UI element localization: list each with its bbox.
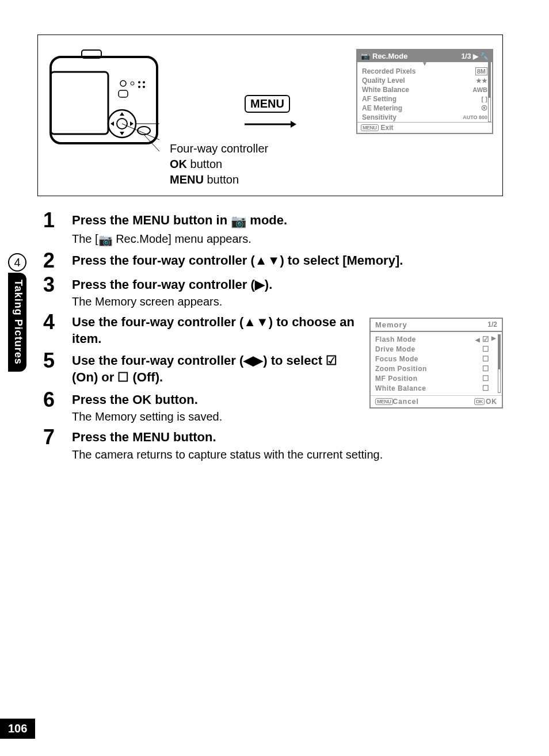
menu-mini-button: MENU — [375, 398, 393, 405]
step-description: The camera returns to capture status wit… — [72, 448, 503, 461]
menu-mini-button: MENU — [361, 124, 379, 131]
camera-icon: 📷 — [361, 52, 370, 60]
memory-row: Focus Mode☐ — [371, 354, 502, 364]
svg-point-8 — [143, 86, 145, 88]
memory-row: White Balance☐ — [371, 383, 502, 393]
lcd-row: SensitivityAUTO 800 — [357, 113, 492, 122]
step-title: Use the four-way controller (▲▼) to choo… — [72, 314, 358, 347]
lcd-row: White BalanceAWB — [357, 85, 492, 94]
step-2: 2 Press the four-way controller (▲▼) to … — [37, 250, 503, 271]
rec-mode-lcd: 📷 Rec.Mode 1/3 ▶ 🔧 ▼ Recorded Pixels8M Q… — [356, 49, 493, 134]
step-number: 4 — [37, 312, 60, 347]
svg-point-6 — [138, 86, 140, 88]
button-word: button — [187, 158, 222, 170]
memory-row: Flash Mode☑ — [371, 334, 502, 344]
chapter-side-tab: 4 Taking Pictures — [0, 253, 35, 372]
camera-icon: 📷 — [98, 233, 113, 247]
svg-line-15 — [122, 124, 159, 140]
step-number: 1 — [37, 210, 60, 247]
step-description: The Memory setting is saved. — [72, 410, 358, 423]
memory-row: Zoom Position☐ — [371, 364, 502, 373]
lcd-title: Memory — [375, 320, 407, 329]
step-6: 6 Press the OK button. The Memory settin… — [37, 390, 358, 424]
camera-icon: 📷 — [231, 213, 246, 230]
step-number: 7 — [37, 427, 60, 461]
step-description: The Memory screen appears. — [72, 295, 503, 308]
ok-mini-button: OK — [474, 398, 485, 405]
step-number: 3 — [37, 274, 60, 309]
lcd-page-indicator: 1/2 — [487, 320, 497, 329]
lcd-header: Memory 1/2 — [371, 319, 502, 332]
svg-point-7 — [143, 81, 145, 83]
step-title: Press the MENU button. — [72, 429, 503, 446]
step-4: 4 Use the four-way controller (▲▼) to ch… — [37, 312, 358, 347]
svg-point-4 — [131, 82, 134, 85]
memory-lcd: Memory 1/2 Flash Mode☑ Drive Mode☐ Focus… — [369, 318, 503, 408]
memory-row: Drive Mode☐ — [371, 344, 502, 354]
lcd-footer: MENU Exit — [357, 122, 492, 133]
cancel-label: Cancel — [393, 398, 419, 406]
lcd-row: AE Metering⦿ — [357, 104, 492, 113]
step-1: 1 Press the MENU button in 📷 mode. The [… — [37, 210, 503, 247]
camera-illustration — [47, 49, 159, 155]
step-number: 2 — [37, 250, 60, 271]
ok-word: OK — [170, 158, 187, 170]
lcd-footer-label: Exit — [381, 124, 394, 132]
svg-point-3 — [120, 81, 126, 86]
chapter-number: 4 — [8, 253, 26, 272]
lcd-page-indicator: 1/3 ▶ 🔧 — [462, 52, 489, 60]
menu-word: MENU — [170, 173, 204, 186]
ok-button-label: OK button — [170, 158, 346, 171]
lcd-row: AF Setting[ ] — [357, 94, 492, 104]
lcd-title: Rec.Mode — [372, 52, 407, 60]
instruction-steps: 1 Press the MENU button in 📷 mode. The [… — [37, 210, 503, 461]
lcd-row: Quality Level★★ — [357, 76, 492, 85]
chapter-label: Taking Pictures — [8, 273, 26, 372]
page-number: 106 — [0, 719, 35, 739]
svg-rect-0 — [51, 57, 157, 143]
lcd-footer: MENU Cancel OK OK — [371, 395, 502, 407]
svg-rect-9 — [119, 90, 128, 97]
step-title: Use the four-way controller (◀▶) to sele… — [72, 353, 358, 385]
ok-label: OK — [486, 398, 497, 406]
menu-button-graphic: MENU — [245, 95, 290, 113]
step-title: Press the OK button. — [72, 392, 358, 408]
menu-button-label: MENU button — [170, 173, 346, 186]
illustration-panel: MENU Four-way controller OK button MENU … — [37, 35, 503, 196]
svg-point-5 — [138, 81, 140, 83]
memory-row: MF Position☐ — [371, 373, 502, 383]
four-way-label: Four-way controller — [170, 142, 346, 155]
down-arrow-icon: ▼ — [357, 62, 492, 67]
button-word: button — [204, 173, 239, 186]
svg-marker-18 — [291, 121, 296, 128]
arrow-icon — [245, 119, 346, 132]
lcd-row: Recorded Pixels8M — [357, 67, 492, 76]
step-3: 3 Press the four-way controller (▶). The… — [37, 274, 503, 309]
illustration-labels: MENU Four-way controller OK button MENU … — [170, 49, 346, 186]
step-number: 6 — [37, 390, 60, 424]
step-description: The [📷 Rec.Mode] menu appears. — [72, 232, 503, 247]
step-5: 5 Use the four-way controller (◀▶) to se… — [37, 350, 358, 385]
svg-rect-1 — [51, 72, 108, 134]
step-number: 5 — [37, 350, 60, 385]
step-title: Press the four-way controller (▲▼) to se… — [72, 253, 503, 269]
step-title: Press the four-way controller (▶). — [72, 277, 503, 293]
step-7: 7 Press the MENU button. The camera retu… — [37, 427, 503, 461]
step-title: Press the MENU button in 📷 mode. — [72, 212, 503, 230]
